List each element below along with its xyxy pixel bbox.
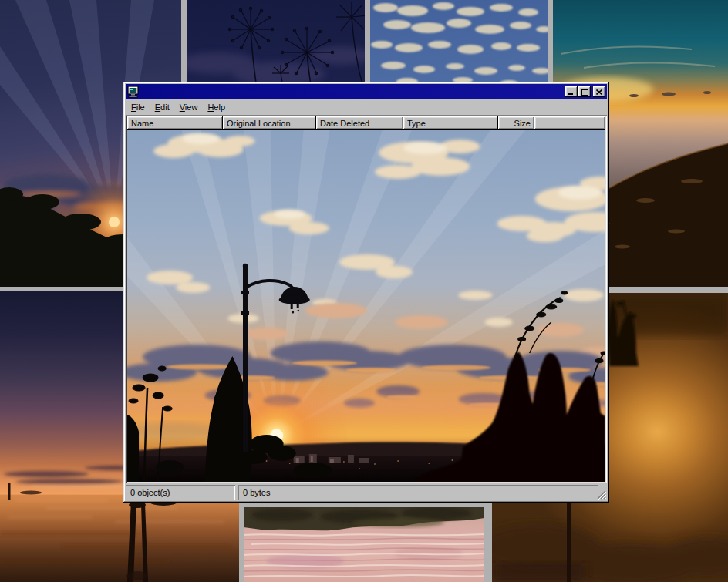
close-button[interactable]: [593, 86, 605, 97]
column-header-type[interactable]: Type: [403, 116, 498, 130]
status-total-size: 0 bytes: [238, 485, 598, 500]
wallpaper-tile-pink-water: [244, 507, 484, 582]
status-object-count: 0 object(s): [126, 485, 235, 500]
computer-icon[interactable]: [127, 86, 140, 98]
file-list-area[interactable]: Name Original Location Date Deleted Type…: [126, 115, 607, 483]
menu-file[interactable]: File: [126, 101, 150, 113]
maximize-icon: [581, 89, 588, 96]
column-header-row: Name Original Location Date Deleted Type…: [127, 116, 605, 130]
column-header-date-deleted[interactable]: Date Deleted: [316, 116, 403, 130]
minimize-button[interactable]: [565, 86, 578, 97]
menu-view[interactable]: View: [175, 101, 203, 113]
desktop: File Edit View Help Name Original Locati…: [0, 0, 728, 582]
menu-help[interactable]: Help: [203, 101, 230, 113]
photo-sunset-street-lamp: [127, 130, 605, 482]
column-header-size[interactable]: Size: [498, 116, 534, 130]
status-bar: 0 object(s) 0 bytes: [126, 485, 607, 500]
column-header-original-location[interactable]: Original Location: [223, 116, 316, 130]
menu-bar: File Edit View Help: [126, 99, 607, 115]
column-header-name[interactable]: Name: [127, 116, 223, 130]
titlebar[interactable]: [126, 84, 607, 99]
close-icon: [596, 89, 602, 95]
resize-grip[interactable]: [597, 490, 606, 500]
maximize-button[interactable]: [578, 86, 591, 97]
window-recycle-bin: File Edit View Help Name Original Locati…: [123, 82, 609, 503]
column-header-blank[interactable]: [534, 116, 605, 130]
minimize-icon: [568, 89, 575, 95]
menu-edit[interactable]: Edit: [150, 101, 174, 113]
